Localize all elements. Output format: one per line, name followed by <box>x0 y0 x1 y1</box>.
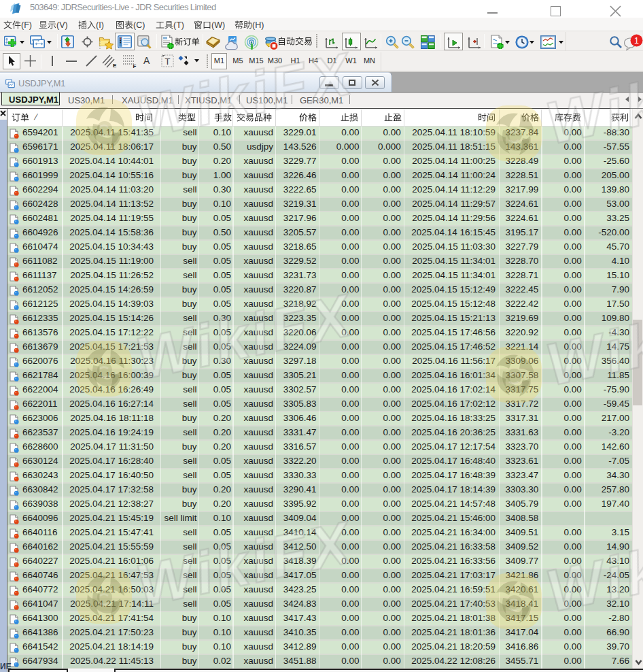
svg-text:1: 1 <box>634 36 639 46</box>
svg-text:F: F <box>133 63 137 69</box>
svg-text:T: T <box>165 56 171 67</box>
svg-text:E: E <box>113 63 117 68</box>
